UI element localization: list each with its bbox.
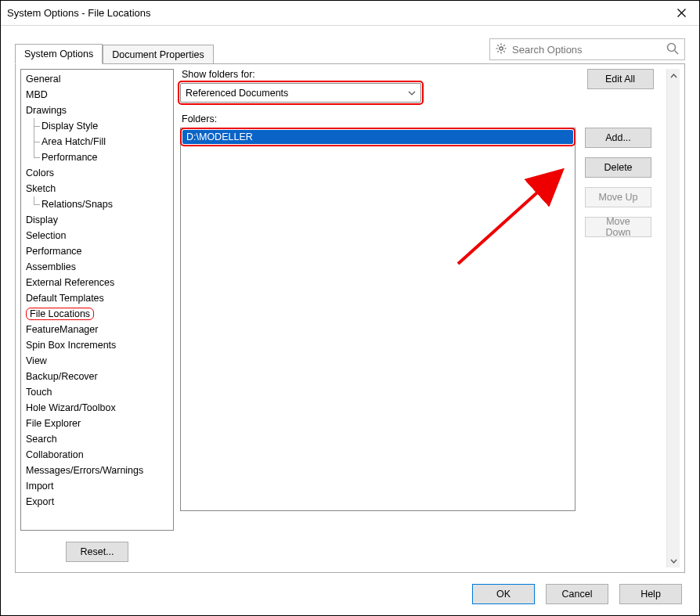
- add-button[interactable]: Add...: [585, 128, 651, 148]
- dropdown-value: Referenced Documents: [186, 88, 288, 99]
- nav-item-featuremanager[interactable]: FeatureManager: [23, 322, 171, 337]
- ok-button[interactable]: OK: [472, 584, 535, 604]
- nav-item-general[interactable]: General: [23, 71, 171, 87]
- folders-label: Folders:: [182, 113, 655, 124]
- nav-item-hole-wizard-toolbox[interactable]: Hole Wizard/Toolbox: [23, 400, 171, 416]
- nav-item-assemblies[interactable]: Assemblies: [23, 259, 171, 275]
- nav-item-touch[interactable]: Touch: [23, 384, 171, 400]
- scroll-down-icon[interactable]: [670, 554, 677, 567]
- nav-tree[interactable]: GeneralMBDDrawingsDisplay StyleArea Hatc…: [20, 69, 174, 531]
- window-title: System Options - File Locations: [7, 7, 663, 19]
- reset-button[interactable]: Reset...: [66, 542, 128, 562]
- search-box[interactable]: [489, 38, 685, 60]
- nav-item-display[interactable]: Display: [23, 212, 171, 228]
- nav-item-spin-box-increments[interactable]: Spin Box Increments: [23, 337, 171, 353]
- nav-column: GeneralMBDDrawingsDisplay StyleArea Hatc…: [20, 69, 174, 567]
- nav-item-relations-snaps[interactable]: Relations/Snaps: [23, 196, 171, 212]
- move-down-button: Move Down: [585, 217, 651, 237]
- nav-item-display-style[interactable]: Display Style: [23, 118, 171, 134]
- delete-button[interactable]: Delete: [585, 157, 651, 178]
- move-up-button: Move Up: [585, 187, 651, 207]
- show-folders-label: Show folders for:: [182, 69, 576, 80]
- nav-item-export[interactable]: Export: [23, 494, 171, 510]
- close-icon: [677, 9, 686, 17]
- nav-item-sketch[interactable]: Sketch: [23, 181, 171, 196]
- nav-item-mbd[interactable]: MBD: [23, 87, 171, 103]
- panel-scrollbar[interactable]: [666, 69, 680, 567]
- nav-item-collaboration[interactable]: Collaboration: [23, 447, 171, 463]
- main-panel: GeneralMBDDrawingsDisplay StyleArea Hatc…: [15, 63, 685, 573]
- tab-system-options[interactable]: System Options: [15, 44, 103, 64]
- help-button[interactable]: Help: [619, 584, 682, 604]
- content-column: Show folders for: Referenced Documents E…: [180, 69, 660, 567]
- chevron-down-icon: [408, 88, 416, 97]
- nav-item-external-references[interactable]: External References: [23, 275, 171, 290]
- scroll-up-icon[interactable]: [670, 69, 677, 82]
- nav-item-file-locations[interactable]: File Locations: [23, 306, 171, 322]
- nav-item-selection[interactable]: Selection: [23, 228, 171, 243]
- cancel-button[interactable]: Cancel: [546, 584, 608, 604]
- nav-item-import[interactable]: Import: [23, 478, 171, 494]
- folders-list[interactable]: D:\MODELLER: [180, 128, 576, 511]
- nav-item-area-hatch-fill[interactable]: Area Hatch/Fill: [23, 134, 171, 149]
- svg-point-0: [500, 46, 503, 49]
- nav-item-performance[interactable]: Performance: [23, 149, 171, 165]
- search-icon: [666, 41, 680, 58]
- top-row: System Options Document Properties: [1, 26, 699, 63]
- folder-buttons: Add... Delete Move Up Move Down: [585, 128, 655, 237]
- tabs: System Options Document Properties: [15, 43, 214, 63]
- titlebar: System Options - File Locations: [1, 1, 699, 26]
- show-folders-dropdown[interactable]: Referenced Documents: [180, 83, 421, 103]
- close-button[interactable]: [663, 1, 699, 25]
- show-folders-row: Show folders for: Referenced Documents E…: [180, 69, 655, 113]
- folder-item[interactable]: D:\MODELLER: [182, 130, 573, 144]
- bottom-bar: OK Cancel Help: [1, 573, 699, 615]
- nav-item-colors[interactable]: Colors: [23, 165, 171, 181]
- svg-point-1: [668, 43, 676, 51]
- folders-row: D:\MODELLER Add... Delete Move Up Move D…: [180, 128, 655, 567]
- nav-item-backup-recover[interactable]: Backup/Recover: [23, 369, 171, 384]
- nav-item-messages-errors-warnings[interactable]: Messages/Errors/Warnings: [23, 463, 171, 478]
- nav-item-performance[interactable]: Performance: [23, 243, 171, 259]
- tab-document-properties[interactable]: Document Properties: [103, 45, 213, 64]
- nav-item-default-templates[interactable]: Default Templates: [23, 290, 171, 306]
- nav-item-file-explorer[interactable]: File Explorer: [23, 416, 171, 431]
- nav-item-search[interactable]: Search: [23, 431, 171, 447]
- nav-item-drawings[interactable]: Drawings: [23, 103, 171, 118]
- gear-icon: [495, 42, 507, 57]
- nav-item-view[interactable]: View: [23, 353, 171, 369]
- search-input[interactable]: [511, 43, 666, 56]
- edit-all-button[interactable]: Edit All: [587, 69, 654, 89]
